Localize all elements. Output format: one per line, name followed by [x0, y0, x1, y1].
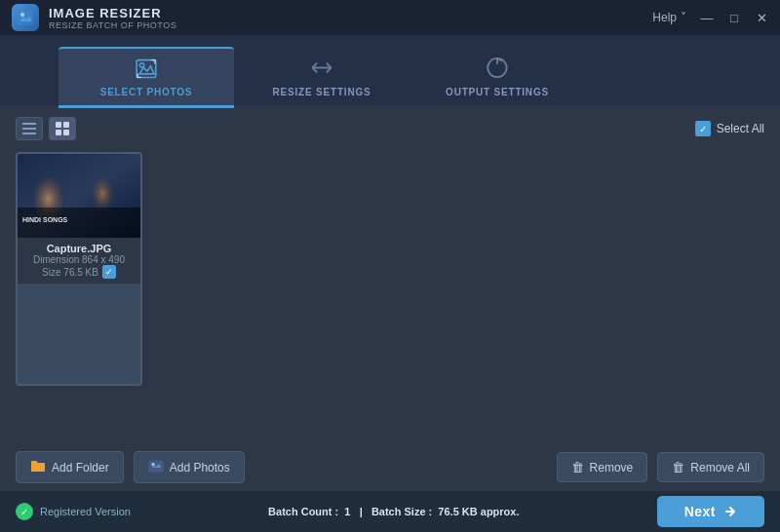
- folder-icon: [30, 459, 46, 475]
- photo-info: Capture.JPG Dimension 864 x 490 Size 76.…: [18, 238, 140, 284]
- select-all-label: Select All: [717, 122, 764, 135]
- grid-view-button[interactable]: [49, 117, 76, 140]
- tab-output-settings[interactable]: OUTPUT SETTINGS: [410, 47, 585, 105]
- titlebar-left: IMAGE RESIZER RESIZE BATCH OF PHOTOS: [12, 4, 176, 31]
- tab-output-settings-label: OUTPUT SETTINGS: [446, 87, 549, 97]
- remove-button[interactable]: 🗑 Remove: [557, 452, 648, 482]
- action-bar: Add Folder Add Photos 🗑 Remove 🗑 Remove …: [0, 443, 780, 491]
- action-right: 🗑 Remove 🗑 Remove All: [557, 452, 764, 482]
- svg-rect-9: [56, 130, 61, 135]
- batch-size-value: 76.5 KB approx.: [438, 506, 519, 517]
- photo-grid: HINDI SONGS Capture.JPG Dimension 864 x …: [16, 152, 764, 386]
- svg-rect-3: [136, 60, 156, 78]
- minimize-button[interactable]: —: [700, 11, 714, 24]
- select-all-checkbox[interactable]: ✓: [695, 121, 711, 136]
- add-photos-icon: [148, 459, 164, 475]
- svg-text:HINDI SONGS: HINDI SONGS: [22, 216, 68, 223]
- status-batch-info: Batch Count : 1 | Batch Size : 76.5 KB a…: [268, 506, 519, 517]
- remove-all-button[interactable]: 🗑 Remove All: [657, 452, 764, 482]
- maximize-button[interactable]: □: [727, 11, 741, 24]
- photo-dimension: Dimension 864 x 490: [23, 254, 135, 265]
- tab-select-photos-label: SELECT PHOTOS: [100, 87, 193, 97]
- tab-resize-settings-label: RESIZE SETTINGS: [273, 87, 371, 97]
- tabbar: SELECT PHOTOS RESIZE SETTINGS OUTPUT SET…: [0, 35, 780, 105]
- thumb-svg: HINDI SONGS: [18, 154, 140, 238]
- svg-rect-8: [63, 122, 69, 128]
- close-button[interactable]: ✕: [755, 11, 768, 24]
- app-icon: [12, 4, 39, 31]
- photo-name: Capture.JPG: [23, 243, 135, 254]
- app-title: IMAGE RESIZER: [49, 6, 176, 20]
- photo-item[interactable]: HINDI SONGS Capture.JPG Dimension 864 x …: [16, 152, 142, 386]
- tab-resize-settings[interactable]: RESIZE SETTINGS: [234, 47, 410, 105]
- status-registered: ✓ Registered Version: [16, 503, 131, 520]
- remove-icon: 🗑: [571, 460, 584, 475]
- photo-thumbnail: HINDI SONGS: [18, 154, 140, 238]
- batch-count-value: 1: [344, 506, 350, 517]
- help-button[interactable]: Help ˅: [652, 11, 686, 24]
- svg-rect-6: [22, 133, 36, 134]
- toolbar: ✓ Select All: [16, 117, 764, 140]
- remove-all-label: Remove All: [690, 461, 750, 475]
- remove-all-icon: 🗑: [672, 460, 684, 475]
- next-arrow-icon: [723, 505, 737, 518]
- svg-point-17: [151, 463, 154, 466]
- tab-select-photos[interactable]: SELECT PHOTOS: [58, 47, 234, 105]
- statusbar: ✓ Registered Version Batch Count : 1 | B…: [0, 491, 780, 532]
- svg-rect-0: [18, 10, 33, 25]
- action-left: Add Folder Add Photos: [16, 451, 245, 483]
- next-button[interactable]: Next: [657, 496, 764, 527]
- resize-settings-icon: [308, 55, 335, 81]
- svg-rect-10: [63, 130, 69, 135]
- list-view-button[interactable]: [16, 117, 43, 140]
- svg-point-1: [20, 13, 24, 17]
- next-label: Next: [684, 504, 716, 519]
- svg-rect-7: [56, 122, 61, 128]
- remove-label: Remove: [590, 461, 634, 475]
- registered-label: Registered Version: [40, 506, 131, 517]
- app-title-block: IMAGE RESIZER RESIZE BATCH OF PHOTOS: [49, 6, 176, 30]
- svg-point-2: [139, 63, 143, 67]
- photo-select-checkbox[interactable]: ✓: [102, 265, 116, 279]
- main-content: ✓ Select All: [0, 105, 780, 442]
- titlebar-right: Help ˅ — □ ✕: [652, 11, 768, 24]
- select-photos-icon: [133, 57, 160, 81]
- app-subtitle: RESIZE BATCH OF PHOTOS: [49, 20, 176, 30]
- select-all-control[interactable]: ✓ Select All: [695, 121, 764, 136]
- output-settings-icon: [484, 55, 511, 81]
- titlebar: IMAGE RESIZER RESIZE BATCH OF PHOTOS Hel…: [0, 0, 780, 35]
- svg-rect-5: [22, 128, 36, 130]
- registered-icon: ✓: [16, 503, 33, 520]
- add-folder-label: Add Folder: [52, 461, 109, 475]
- view-toggles: [16, 117, 76, 140]
- add-folder-button[interactable]: Add Folder: [16, 451, 124, 483]
- svg-rect-4: [22, 123, 36, 125]
- photo-size: Size 76.5 KB ✓: [23, 265, 135, 279]
- add-photos-label: Add Photos: [170, 461, 230, 475]
- add-photos-button[interactable]: Add Photos: [134, 451, 245, 483]
